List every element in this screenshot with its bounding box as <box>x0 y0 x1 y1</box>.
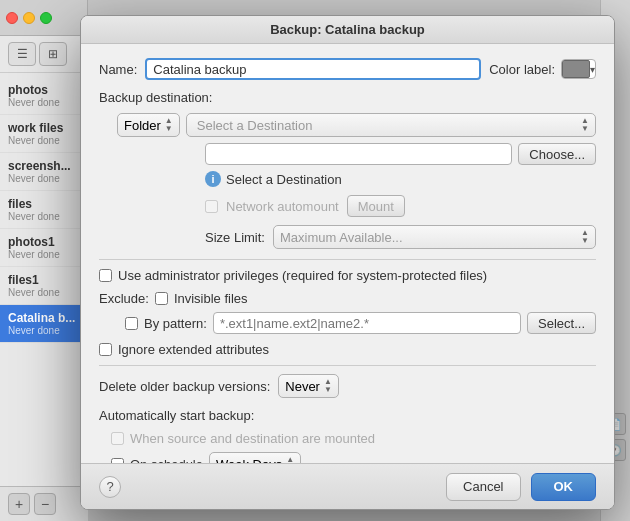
remove-backup-button[interactable]: − <box>34 493 56 515</box>
size-limit-label: Size Limit: <box>205 230 265 245</box>
dialog-content: Name: Color label: ▾ Backup destination:… <box>81 44 614 463</box>
dest-path-arrows: ▲ ▼ <box>581 117 589 133</box>
path-row: Choose... <box>99 143 596 165</box>
color-label-combo[interactable]: ▾ <box>561 59 596 79</box>
sidebar-footer: + − <box>0 486 88 521</box>
dialog-title: Backup: Catalina backup <box>270 22 425 37</box>
pattern-checkbox[interactable] <box>125 317 138 330</box>
when-mounted-row: When source and destination are mounted <box>99 431 596 446</box>
sidebar-item-photos1[interactable]: photos1 Never done <box>0 229 87 267</box>
automount-checkbox[interactable] <box>205 200 218 213</box>
invisible-checkbox[interactable] <box>155 292 168 305</box>
automount-label: Network automount <box>226 199 339 214</box>
schedule-arrows: ▲ ▼ <box>286 456 294 463</box>
delete-row: Delete older backup versions: Never ▲ ▼ <box>99 374 596 398</box>
invisible-label: Invisible files <box>174 291 248 306</box>
close-button[interactable] <box>6 12 18 24</box>
divider-1 <box>99 259 596 260</box>
sidebar-items-list: photos Never done work files Never done … <box>0 73 87 347</box>
size-limit-row: Size Limit: Maximum Available... ▲ ▼ <box>99 225 596 249</box>
auto-start-label: Automatically start backup: <box>99 408 596 423</box>
dest-type-arrows: ▲ ▼ <box>165 117 173 133</box>
name-input[interactable] <box>145 58 481 80</box>
choose-button[interactable]: Choose... <box>518 143 596 165</box>
sidebar-icon-grid[interactable]: ⊞ <box>39 42 67 66</box>
sidebar-toolbar: ☰ ⊞ <box>0 36 87 73</box>
by-pattern-label: By pattern: <box>144 316 207 331</box>
dest-path-select[interactable]: Select a Destination ▲ ▼ <box>186 113 596 137</box>
admin-label: Use administrator privileges (required f… <box>118 268 487 283</box>
dest-type-select[interactable]: Folder ▲ ▼ <box>117 113 180 137</box>
sidebar-item-catalina[interactable]: Catalina b... Never done <box>0 305 87 343</box>
on-schedule-row: On schedule Week Days ▲ ▼ <box>99 452 596 463</box>
cancel-button[interactable]: Cancel <box>446 473 520 501</box>
color-swatch <box>562 60 590 78</box>
mount-button[interactable]: Mount <box>347 195 405 217</box>
exclude-section: Exclude: Invisible files By pattern: Sel… <box>99 291 596 334</box>
when-mounted-label: When source and destination are mounted <box>130 431 375 446</box>
sidebar-item-workfiles[interactable]: work files Never done <box>0 115 87 153</box>
select-button[interactable]: Select... <box>527 312 596 334</box>
pattern-input[interactable] <box>213 312 521 334</box>
ignore-label: Ignore extended attributes <box>118 342 269 357</box>
divider-2 <box>99 365 596 366</box>
add-backup-button[interactable]: + <box>8 493 30 515</box>
admin-row: Use administrator privileges (required f… <box>99 268 596 283</box>
footer-buttons: Cancel OK <box>446 473 596 501</box>
info-text: Select a Destination <box>226 172 342 187</box>
automount-row: Network automount Mount <box>99 195 596 217</box>
info-icon: i <box>205 171 221 187</box>
auto-section: Automatically start backup: When source … <box>99 408 596 463</box>
exclude-label: Exclude: <box>99 291 149 306</box>
dialog-titlebar: Backup: Catalina backup <box>81 16 614 44</box>
ignore-row: Ignore extended attributes <box>99 342 596 357</box>
name-row: Name: Color label: ▾ <box>99 58 596 80</box>
dest-type-value: Folder <box>124 118 161 133</box>
exclude-row: Exclude: Invisible files <box>99 291 596 306</box>
window-controls <box>0 0 87 36</box>
delete-select[interactable]: Never ▲ ▼ <box>278 374 339 398</box>
delete-value: Never <box>285 379 320 394</box>
size-limit-select[interactable]: Maximum Available... ▲ ▼ <box>273 225 596 249</box>
sidebar-item-photos[interactable]: photos Never done <box>0 77 87 115</box>
pattern-row: By pattern: Select... <box>99 312 596 334</box>
size-limit-value: Maximum Available... <box>280 230 403 245</box>
dest-type-row: Folder ▲ ▼ Select a Destination ▲ ▼ <box>99 113 596 137</box>
minimize-button[interactable] <box>23 12 35 24</box>
sidebar-item-screenshots[interactable]: screensh... Never done <box>0 153 87 191</box>
dest-placeholder: Select a Destination <box>197 118 313 133</box>
ok-button[interactable]: OK <box>531 473 597 501</box>
backup-dialog: Backup: Catalina backup Name: Color labe… <box>80 15 615 510</box>
color-label-text: Color label: <box>489 62 555 77</box>
schedule-select[interactable]: Week Days ▲ ▼ <box>209 452 301 463</box>
name-label: Name: <box>99 62 137 77</box>
delete-label: Delete older backup versions: <box>99 379 270 394</box>
color-arrow-icon: ▾ <box>590 64 595 75</box>
maximize-button[interactable] <box>40 12 52 24</box>
when-mounted-checkbox[interactable] <box>111 432 124 445</box>
admin-checkbox[interactable] <box>99 269 112 282</box>
dialog-footer: ? Cancel OK <box>81 463 614 509</box>
sidebar-icon-list[interactable]: ☰ <box>8 42 36 66</box>
help-button[interactable]: ? <box>99 476 121 498</box>
sidebar-item-files[interactable]: files Never done <box>0 191 87 229</box>
delete-arrows: ▲ ▼ <box>324 378 332 394</box>
backup-dest-label: Backup destination: <box>99 90 596 105</box>
sidebar: ☰ ⊞ photos Never done work files Never d… <box>0 0 88 521</box>
info-message: i Select a Destination <box>99 171 596 187</box>
path-input[interactable] <box>205 143 512 165</box>
sidebar-item-files1[interactable]: files1 Never done <box>0 267 87 305</box>
color-label-section: Color label: ▾ <box>489 59 596 79</box>
ignore-checkbox[interactable] <box>99 343 112 356</box>
size-limit-arrows: ▲ ▼ <box>581 229 589 245</box>
